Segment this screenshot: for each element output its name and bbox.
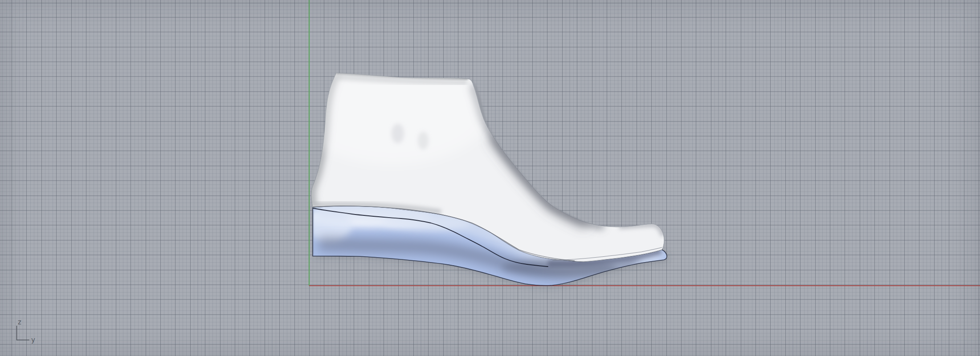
axis-gizmo-y-label: y xyxy=(31,336,35,344)
cad-viewport[interactable]: z y xyxy=(0,0,980,356)
viewport-canvas[interactable]: z y xyxy=(0,0,980,356)
axis-gizmo-lines xyxy=(17,326,30,340)
axis-gizmo-z-label: z xyxy=(18,318,21,326)
boot-model[interactable] xyxy=(294,58,668,287)
axis-gizmo: z y xyxy=(17,318,36,344)
